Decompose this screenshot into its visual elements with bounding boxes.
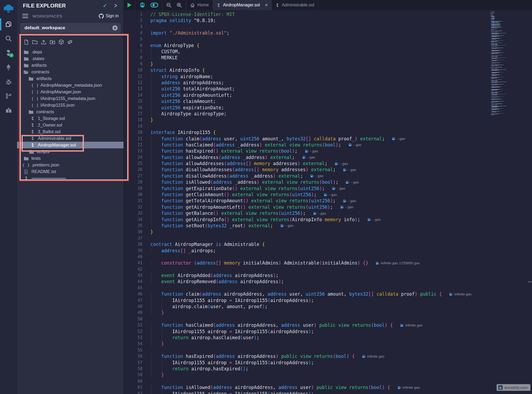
tree-item-3_Ballot.sol[interactable]: 3_Ballot.sol [17, 128, 123, 135]
close-tab-icon[interactable]: × [265, 2, 268, 8]
upload-folder-icon[interactable] [49, 39, 56, 45]
tree-item-artifacts[interactable]: artifacts [17, 62, 123, 69]
code-line[interactable]: 33 function getBalance() external view r… [124, 210, 532, 216]
code-line[interactable]: 55 [124, 347, 532, 353]
code-line[interactable]: 31 function getTotalAirdropAmount() exte… [124, 198, 532, 204]
code-line[interactable]: 46 function claim(address airdropAddress… [124, 291, 532, 297]
tree-item-contracts[interactable]: contracts [17, 108, 123, 115]
new-file-icon[interactable] [23, 39, 29, 45]
code-line[interactable]: 38contract AirdropManager is Administrab… [124, 241, 532, 247]
solidity-compiler-icon[interactable]: ✓ [0, 46, 17, 60]
code-line[interactable]: 13 uint256 totalAirdropAmount; [124, 86, 532, 92]
git-icon[interactable] [0, 89, 17, 103]
code-line[interactable]: 52 IAirdrop1155 airdrop = IAirdrop1155(a… [124, 328, 532, 334]
code-line[interactable]: 35 function setRoot(bytes32 _root) exter… [124, 223, 532, 229]
code-line[interactable]: 54 } [124, 341, 532, 347]
minimap[interactable] [490, 11, 523, 116]
publish-gist-icon[interactable] [67, 39, 73, 45]
tree-item-partial[interactable] [17, 175, 123, 182]
sign-in-button[interactable]: Sign in [99, 14, 119, 19]
code-line[interactable]: 60 [124, 378, 532, 384]
tree-item-.states[interactable]: .states [17, 55, 123, 62]
code-line[interactable]: 29 function getExpirationDate() external… [124, 185, 532, 191]
code-line[interactable]: 45 [124, 285, 532, 291]
code-line[interactable]: 42 [124, 266, 532, 272]
tree-item-AirdropManager_metadata.json[interactable]: { }AirdropManager_metadata.json [17, 82, 123, 89]
code-line[interactable]: 48 airdrop.claim(user, amount, proof); [124, 303, 532, 309]
code-line[interactable]: 8 MERKLE [124, 55, 532, 61]
run-script-button[interactable] [127, 3, 131, 7]
code-line[interactable]: 40 [124, 254, 532, 260]
code-line[interactable]: 23 function hasExpired() external view r… [124, 148, 532, 154]
code-line[interactable]: 1// SPDX-License-Identifier: MIT [124, 11, 532, 17]
code-line[interactable]: 20interface IAirdrop1155 { [124, 129, 532, 135]
new-folder-icon[interactable] [32, 39, 38, 45]
code-line[interactable]: 26 function disallowAddresses(address[] … [124, 167, 532, 173]
code-line[interactable]: 25 function allowAddresses(address[] mem… [124, 160, 532, 166]
ai-assistant-icon[interactable] [139, 2, 146, 8]
code-line[interactable]: 34 function getAirdropInfo() external vi… [124, 216, 532, 223]
code-line[interactable]: 14 uint256 airdropAmountLeft; [124, 92, 532, 98]
workspace-options-icon[interactable] [112, 25, 118, 31]
tree-item-AirdropManager.json[interactable]: { }AirdropManager.json [17, 89, 123, 95]
code-line[interactable]: 16 uint256 expirationDate; [124, 104, 532, 111]
code-line[interactable]: 44 event AirdropRemoved(address airdropA… [124, 279, 532, 285]
code-line[interactable]: 9} [124, 61, 532, 67]
code-line[interactable]: 2pragma solidity ^0.8.19; [124, 17, 532, 23]
code-line[interactable]: 10struct AirdropInfo { [124, 67, 532, 73]
code-line[interactable]: 37 [124, 235, 532, 241]
code-line[interactable]: 61 function isAllowed(address airdropAdd… [124, 384, 532, 390]
tree-item-README.txt[interactable]: README.txt [17, 168, 123, 175]
code-line[interactable]: 27 function disallowAddress(address _add… [124, 173, 532, 179]
chevron-right-icon[interactable]: > [114, 2, 117, 9]
tree-item-IAirdrop1155.json[interactable]: { }IAirdrop1155.json [17, 102, 123, 108]
learneth-icon[interactable] [0, 103, 17, 118]
code-line[interactable]: 4import "./Administrable.sol"; [124, 30, 532, 36]
tree-item-2_Owner.sol[interactable]: 2_Owner.sol [17, 122, 123, 128]
tree-item-AirdropManager.sol[interactable]: AirdropManager.sol [17, 142, 123, 148]
debugger-icon[interactable] [0, 74, 17, 89]
tree-item-scripts[interactable]: scripts [17, 148, 123, 155]
search-icon[interactable] [0, 31, 17, 46]
code-line[interactable]: 6enum AirdropType { [124, 42, 532, 48]
code-line[interactable]: 57 IAirdrop1155 airdrop = IAirdrop1155(a… [124, 359, 532, 366]
tree-item-artifacts[interactable]: artifacts [17, 75, 123, 82]
tab-airdropmanager[interactable]: AirdropManager.sol × [213, 0, 272, 10]
tree-item-contracts[interactable]: contracts [17, 69, 123, 75]
code-line[interactable]: 5 [124, 36, 532, 42]
zoom-in-icon[interactable] [176, 2, 182, 8]
code-line[interactable]: 41 constructor (address[] memory initial… [124, 260, 532, 266]
workspace-select[interactable]: default_workspace [20, 23, 121, 33]
code-line[interactable]: 7 CUSTOM, [124, 48, 532, 55]
code-line[interactable]: 50 [124, 316, 532, 322]
code-line[interactable]: 47 IAirdrop1155 airdrop = IAirdrop1155(a… [124, 297, 532, 303]
code-line[interactable]: 43 event AirdropAdded(address airdropAdd… [124, 272, 532, 278]
code-line[interactable]: 22 function hasClaimed(address _address)… [124, 142, 532, 148]
tab-administrable[interactable]: Administrable.sol [272, 0, 318, 10]
code-line[interactable]: 12 address airdropAddress; [124, 79, 532, 86]
code-line[interactable]: 11 string airdropName; [124, 73, 532, 79]
publish-ipfs-icon[interactable] [58, 39, 64, 45]
code-line[interactable]: 17 AirdropType airdropType; [124, 111, 532, 117]
tree-item-.deps[interactable]: .deps [17, 49, 123, 55]
tree-item-.prettierrc.json[interactable]: { }.prettierrc.json [17, 162, 123, 168]
ai-toggle-icon[interactable] [150, 2, 158, 8]
code-line[interactable]: 3 [124, 24, 532, 30]
deploy-run-icon[interactable] [0, 60, 17, 74]
file-explorer-icon[interactable] [0, 17, 17, 31]
code-line[interactable]: 28 function isAllowed(address _address) … [124, 179, 532, 185]
code-line[interactable]: 24 function allowAddress(address _addres… [124, 154, 532, 160]
tree-item-IAirdrop1155_metadata.json[interactable]: { }IAirdrop1155_metadata.json [17, 95, 123, 102]
code-editor[interactable]: 1// SPDX-License-Identifier: MIT2pragma … [124, 10, 532, 394]
code-line[interactable]: 32 function getAirdropAmountLeft() exter… [124, 204, 532, 210]
tree-item-1_Storage.sol[interactable]: 1_Storage.sol [17, 115, 123, 122]
code-line[interactable]: 36} [124, 229, 532, 235]
upload-file-icon[interactable] [40, 39, 47, 45]
code-line[interactable]: 49 } [124, 310, 532, 316]
code-line[interactable]: 39 address[] _airdrops; [124, 248, 532, 254]
remix-logo[interactable] [0, 0, 17, 17]
code-line[interactable]: 62 IAirdrop1155 airdrop = IAirdrop1155(a… [124, 391, 532, 394]
code-line[interactable]: 51 function hasClaimed(address airdropAd… [124, 322, 532, 328]
tree-item-Administrable.sol[interactable]: Administrable.sol [17, 135, 123, 142]
zoom-out-icon[interactable] [166, 2, 172, 8]
